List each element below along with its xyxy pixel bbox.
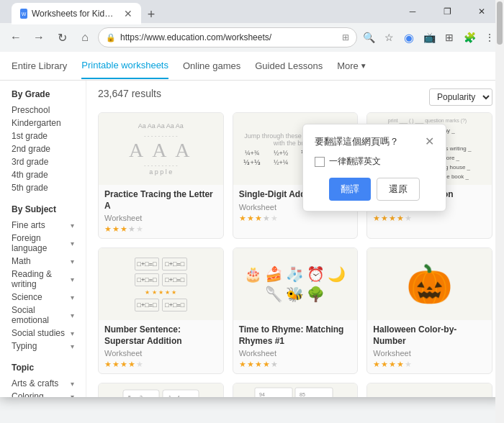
nav-printable-worksheets[interactable]: Printable worksheets: [81, 53, 168, 79]
close-button[interactable]: ✕: [465, 0, 498, 23]
nav-online-games[interactable]: Online games: [183, 53, 240, 78]
search-icon[interactable]: 🔍: [360, 29, 377, 46]
grade-heading: By Grade: [12, 89, 74, 99]
nav-guided-lessons[interactable]: Guided Lessons: [255, 53, 323, 78]
nav-right-icons: 🔍 ☆ ◉ 📺 ⊞ 🧩 ⋮: [360, 29, 498, 46]
sidebar-item-4th[interactable]: 4th grade: [12, 168, 74, 181]
star-1: ★: [373, 360, 380, 369]
chrome-icon[interactable]: ◉: [400, 29, 418, 46]
sidebar-item-reading[interactable]: Reading & writing▾: [12, 268, 74, 291]
star-2: ★: [381, 360, 388, 369]
browser-tab[interactable]: W Worksheets for Kids & Free Pri... ✕: [12, 3, 141, 24]
star-2: ★: [381, 214, 388, 223]
translate-popup-title: 要翻譯這個網頁嗎？: [315, 135, 399, 148]
star-5: ★: [271, 360, 278, 369]
scrollbar[interactable]: [495, 0, 504, 423]
extensions-icon[interactable]: 🧩: [461, 29, 478, 46]
address-bar[interactable]: 🔒 https://www.education.com/worksheets/ …: [98, 27, 357, 47]
sidebar-item-preschool[interactable]: Preschool: [12, 104, 74, 117]
chevron-right-icon: ▾: [71, 276, 74, 283]
sidebar-item-science[interactable]: Science▾: [12, 291, 74, 304]
sidebar-item-typing[interactable]: Typing▾: [12, 340, 74, 352]
svg-text:1: 1: [168, 395, 171, 397]
sidebar-item-5th[interactable]: 5th grade: [12, 181, 74, 194]
worksheet-card[interactable]: 🎂🍰🧦⏰ 🌙🥄🐝🌳 Time to Rhyme: Matching Rhymes…: [233, 247, 359, 374]
nav-entire-library[interactable]: Entire Library: [12, 53, 67, 78]
card-type: Worksheet: [239, 349, 352, 358]
svg-text:W: W: [22, 12, 27, 17]
star-4: ★: [128, 224, 135, 234]
cast-icon[interactable]: 📺: [420, 29, 438, 46]
tab-close-icon[interactable]: ✕: [124, 8, 132, 19]
chevron-right-icon: ▾: [71, 240, 74, 247]
worksheet-card[interactable]: 94 + 58 ____ 85 + 37 ____ 73: [233, 383, 359, 397]
worksheet-card[interactable]: 5 3 8 2 7 1 4 6 9 2: [98, 383, 224, 397]
topic-heading: Topic: [12, 363, 74, 373]
translate-button[interactable]: 翻譯: [329, 178, 371, 201]
translate-popup: 要翻譯這個網頁嗎？ ✕ 一律翻譯英文 翻譯 還原: [302, 124, 446, 212]
card-body: Time to Rhyme: Matching Rhymes #1 Worksh…: [233, 320, 358, 373]
card-title: Practice Tracing the Letter A: [104, 189, 217, 212]
card-title: Time to Rhyme: Matching Rhymes #1: [239, 324, 352, 347]
site-nav: Entire Library Printable worksheets Onli…: [0, 52, 504, 81]
card-image: 🎃: [367, 383, 492, 397]
home-button[interactable]: ⌂: [75, 27, 95, 47]
worksheet-card[interactable]: Aa Aa Aa Aa Aa - - - - - - - - - - A A A…: [98, 112, 224, 239]
restore-button[interactable]: ❐: [431, 0, 464, 23]
sidebar-item-arts-crafts[interactable]: Arts & crafts▾: [12, 377, 74, 390]
star-5: ★: [271, 214, 278, 223]
subject-heading: By Subject: [12, 204, 74, 214]
translate-icon[interactable]: ⊞: [342, 32, 349, 42]
star-rating: ★ ★ ★ ★ ★: [239, 214, 352, 223]
scrollbar-thumb[interactable]: [497, 1, 503, 45]
sidebar-item-foreign-language[interactable]: Foreign language▾: [12, 232, 74, 255]
translate-checkbox[interactable]: [315, 157, 325, 167]
back-button[interactable]: ←: [6, 27, 26, 47]
translate-close-button[interactable]: ✕: [425, 135, 434, 148]
star-rating: ★ ★ ★ ★ ★: [373, 360, 486, 369]
sidebar-item-math[interactable]: Math▾: [12, 255, 74, 268]
chevron-right-icon: ▾: [71, 258, 74, 265]
sidebar-item-1st[interactable]: 1st grade: [12, 129, 74, 142]
refresh-button[interactable]: ↻: [52, 27, 72, 47]
window-controls: ─ ❐ ✕: [396, 0, 498, 23]
tracing-image: A A A: [129, 139, 192, 162]
grade-section: By Grade Preschool Kindergarten 1st grad…: [12, 89, 74, 194]
forward-button[interactable]: →: [29, 27, 49, 47]
apps-icon[interactable]: ⊞: [441, 29, 458, 46]
star-2: ★: [112, 224, 120, 234]
new-tab-button[interactable]: +: [141, 4, 161, 24]
sidebar-item-social-studies[interactable]: Social studies▾: [12, 327, 74, 340]
bookmark-icon[interactable]: ☆: [380, 29, 397, 46]
dismiss-button[interactable]: 還原: [377, 178, 420, 201]
star-1: ★: [239, 360, 246, 369]
worksheet-card[interactable]: 🎃 Giant Pumpkin Coloring Worksheet ★ ★ ★…: [366, 383, 492, 397]
sidebar-item-social-emotional[interactable]: Social emotional▾: [12, 304, 74, 327]
sidebar-item-3rd[interactable]: 3rd grade: [12, 155, 74, 168]
results-count: 23,647 results: [98, 88, 161, 99]
sidebar-item-2nd[interactable]: 2nd grade: [12, 142, 74, 155]
star-4: ★: [128, 360, 135, 369]
sidebar-item-coloring[interactable]: Coloring▾: [12, 390, 74, 397]
topic-section: Topic Arts & crafts▾ Coloring▾: [12, 363, 74, 397]
star-1: ★: [373, 214, 380, 223]
card-image: 🎃: [367, 248, 492, 320]
star-2: ★: [247, 214, 254, 223]
sidebar-item-fine-arts[interactable]: Fine arts▾: [12, 219, 74, 232]
translate-buttons: 翻譯 還原: [315, 178, 434, 201]
lock-icon: 🔒: [106, 33, 116, 42]
chevron-right-icon: ▾: [71, 311, 74, 319]
chevron-right-icon: ▾: [71, 222, 74, 229]
card-image: 5 3 8 2 7 1 4 6 9 2: [99, 383, 223, 397]
star-4: ★: [397, 214, 404, 223]
sort-select[interactable]: Popularity: [429, 88, 492, 106]
chevron-right-icon: ▾: [71, 393, 74, 398]
card-body: Number Sentence: Superstar Addition Work…: [99, 320, 223, 373]
nav-more[interactable]: More ▼: [337, 53, 367, 78]
minimize-button[interactable]: ─: [396, 0, 429, 23]
worksheet-card[interactable]: 🎃 Halloween Color-by-Number Worksheet ★ …: [366, 247, 492, 374]
svg-text:4: 4: [177, 395, 180, 397]
star-3: ★: [120, 360, 127, 369]
worksheet-card[interactable]: □+□=□ □+□=□ □+□=□ □+□=□ ★ ★ ★ ★ ★ □+□=□ …: [98, 247, 224, 374]
sidebar-item-kindergarten[interactable]: Kindergarten: [12, 117, 74, 129]
